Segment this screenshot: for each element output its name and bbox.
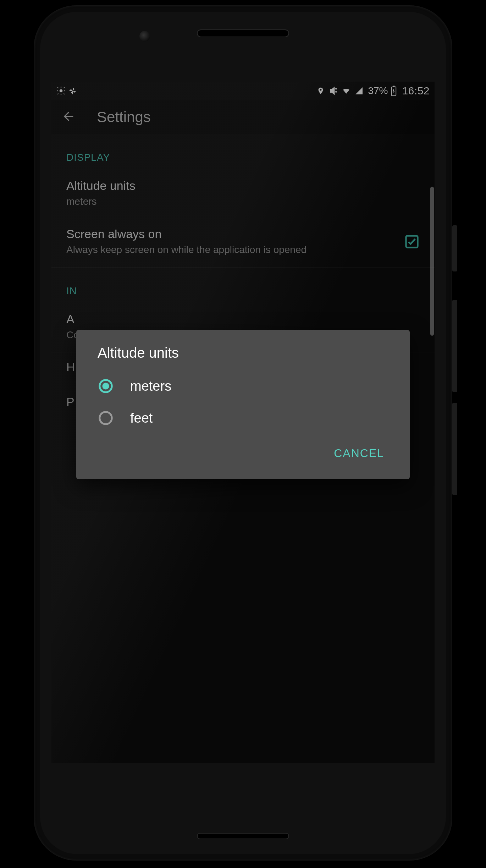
radio-option-feet[interactable]: feet (76, 402, 410, 434)
phone-volume-down (452, 403, 457, 495)
radio-option-meters[interactable]: meters (76, 370, 410, 402)
altitude-units-dialog: Altitude units meters feet CANCEL (76, 330, 410, 479)
device-screen: 37% 16:52 Settings DISPLAY Altitude unit… (51, 82, 435, 763)
dialog-title: Altitude units (76, 343, 410, 370)
phone-volume-up (452, 300, 457, 392)
radio-unselected-icon (98, 410, 114, 426)
radio-selected-icon (98, 378, 114, 394)
radio-label: feet (130, 411, 153, 426)
dialog-scrim[interactable]: Altitude units meters feet CANCEL (51, 82, 435, 763)
phone-power-button (452, 225, 457, 271)
phone-bottom-speaker (197, 833, 289, 839)
cancel-button[interactable]: CANCEL (326, 442, 392, 465)
radio-label: meters (130, 379, 171, 394)
svg-point-13 (102, 383, 109, 389)
phone-front-camera (139, 31, 150, 42)
svg-point-14 (100, 412, 112, 424)
phone-earpiece (197, 29, 289, 37)
